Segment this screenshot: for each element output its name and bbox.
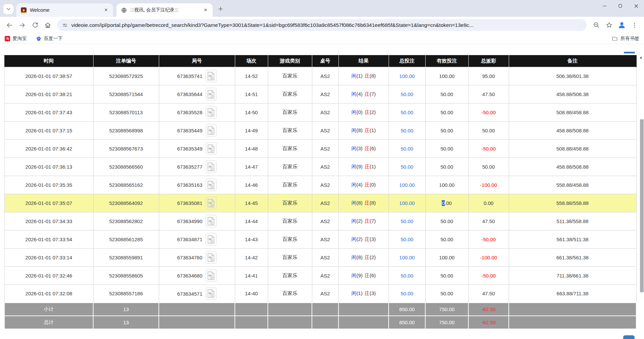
cell-total-bet: 100.00: [389, 67, 425, 85]
cell-payout: -50.00: [468, 266, 509, 285]
cell-table-no: AS2: [312, 67, 338, 85]
url-text[interactable]: videoie.com/ipl/portal.php/game/betrecor…: [71, 22, 582, 28]
back-arrow-icon: [6, 22, 13, 29]
cell-game-type: 百家乐: [268, 158, 312, 176]
video-replay-button[interactable]: [206, 251, 217, 264]
cell-table-no: AS2: [312, 285, 338, 303]
video-file-icon: [208, 163, 214, 171]
zoom-button[interactable]: [590, 19, 602, 31]
video-replay-button[interactable]: [206, 287, 217, 300]
video-replay-button[interactable]: [206, 88, 217, 100]
cell-total-bet: 100.00: [389, 194, 425, 212]
all-bookmarks-label: 所有书签: [620, 36, 639, 42]
table-row[interactable]: 2026-01-01 07:37:15 523088568998 6736354…: [4, 121, 636, 139]
close-icon: [634, 3, 639, 9]
cell-valid-bet: 100.00: [425, 248, 468, 266]
forward-button[interactable]: [16, 19, 28, 31]
bookmark-label: 爱淘宝: [12, 36, 27, 42]
cell-bet-id: 523088570113: [93, 103, 159, 121]
tab-close-icon[interactable]: ×: [202, 6, 209, 14]
close-window-button[interactable]: [628, 0, 644, 12]
video-replay-button[interactable]: [206, 70, 217, 82]
back-button[interactable]: [3, 19, 15, 31]
new-tab-button[interactable]: [215, 4, 225, 14]
scrollbar[interactable]: ▲: [639, 44, 644, 339]
bookmark-star-button[interactable]: [603, 19, 615, 31]
table-row[interactable]: 2026-01-01 07:33:14 523088559891 6736347…: [4, 248, 636, 266]
reload-button[interactable]: [29, 19, 41, 31]
header-total-bet: 总投注: [389, 55, 425, 67]
cell-round: 673635277: [159, 158, 235, 176]
url-bar[interactable]: videoie.com/ipl/portal.php/game/betrecor…: [57, 19, 587, 31]
tab-search-button[interactable]: [3, 4, 13, 14]
cell-note: 458.88/508.88: [509, 121, 636, 139]
table-row[interactable]: 2026-01-01 07:36:13 523088566560 6736352…: [4, 158, 636, 176]
table-header: 时间 注单编号 局号 场次 游戏类别 桌号 结果 总投注 有效投注 总派彩 备注: [4, 55, 636, 67]
video-replay-button[interactable]: [206, 106, 217, 119]
video-replay-button[interactable]: [206, 197, 217, 209]
cell-payout: 0.00: [468, 194, 509, 212]
home-button[interactable]: [42, 19, 54, 31]
table-row[interactable]: 2026-01-01 07:37:43 523088570113 6736355…: [4, 103, 636, 121]
scrollbar-up-icon[interactable]: ▲: [639, 55, 643, 59]
table-row[interactable]: 2026-01-01 07:36:42 523088567673 6736353…: [4, 139, 636, 158]
cell-result: 闲(8)庄(2): [338, 248, 389, 266]
cell-valid-bet: 50.00: [425, 121, 468, 139]
table-row[interactable]: 2026-01-01 07:32:08 523088557186 6736345…: [4, 285, 636, 303]
maximize-button[interactable]: [612, 0, 628, 12]
cell-payout: -100.00: [468, 248, 509, 266]
blue-button-bottom[interactable]: [623, 335, 635, 339]
cell-note: 558.88/558.88: [509, 194, 636, 212]
table-row[interactable]: 2026-01-01 07:38:21 523088571544 6736356…: [4, 85, 636, 103]
cell-bet-id: 523088566560: [93, 158, 159, 176]
table-row[interactable]: 2026-01-01 07:35:35 523088565162 6736351…: [4, 176, 636, 194]
cards-favicon-icon: ♠: [21, 7, 27, 13]
star-icon: [606, 22, 613, 29]
video-replay-button[interactable]: [206, 233, 217, 246]
all-bookmarks-button[interactable]: 所有书签: [612, 36, 639, 42]
cell-round: 673634871: [159, 230, 235, 248]
video-replay-button[interactable]: [206, 178, 217, 191]
table-row[interactable]: 2026-01-01 07:32:46 523088558605 6736346…: [4, 266, 636, 285]
table-row[interactable]: 2026-01-01 07:33:54 523088561285 6736348…: [4, 230, 636, 248]
cell-result: 闲(9)庄(6): [338, 266, 389, 285]
player-result: 闲: [351, 218, 356, 224]
cell-bet-id: 523088562802: [93, 212, 159, 230]
cell-game-type: 百家乐: [268, 103, 312, 121]
cell-valid-bet: 50.00: [425, 285, 468, 303]
table-row[interactable]: 2026-01-01 07:35:07 523088564092 6736350…: [4, 194, 636, 212]
cell-session: 14-41: [235, 266, 268, 285]
tab-welcome[interactable]: ♠ Welcome ×: [16, 3, 113, 17]
table-footer: 小计 13 850.00 750.00 -62.50 总计 13 850.00 …: [4, 303, 636, 329]
bookmark-taobao[interactable]: 淘 爱淘宝: [5, 36, 27, 42]
cell-payout: 47.50: [468, 285, 509, 303]
video-replay-button[interactable]: [206, 142, 217, 155]
video-replay-button[interactable]: [206, 215, 217, 227]
cell-bet-id: 523088565162: [93, 176, 159, 194]
bookmark-baidu[interactable]: du 百度一下: [36, 36, 63, 42]
tab-close-icon[interactable]: ×: [102, 6, 110, 14]
round-number: 673635349: [177, 146, 202, 152]
video-replay-button[interactable]: [206, 124, 217, 137]
scrollbar-thumb[interactable]: [640, 119, 644, 292]
table-row[interactable]: 2026-01-01 07:38:57 523088572925 6736357…: [4, 67, 636, 85]
player-result: 闲: [351, 272, 356, 278]
globe-favicon-icon: [121, 7, 127, 13]
browser-toolbar: videoie.com/ipl/portal.php/game/betrecor…: [0, 17, 644, 33]
video-replay-button[interactable]: [206, 269, 217, 282]
cell-note: 663.88/711.38: [509, 285, 636, 303]
cell-bet-id: 523088561285: [93, 230, 159, 248]
cell-table-no: AS2: [312, 85, 338, 103]
cell-round: 673635644: [159, 85, 235, 103]
cell-session: 14-52: [235, 67, 268, 85]
video-replay-button[interactable]: [206, 160, 217, 173]
tab-betrecord[interactable]: :::视讯, 会员下注纪录::: ×: [116, 3, 213, 17]
minimize-button[interactable]: [597, 0, 612, 12]
cell-result: 闲(2)庄(3): [338, 230, 389, 248]
table-row[interactable]: 2026-01-01 07:34:33 523088562802 6736349…: [4, 212, 636, 230]
cell-round: 673635081: [159, 194, 235, 212]
profile-button[interactable]: [616, 19, 628, 31]
menu-button[interactable]: [629, 19, 641, 31]
cell-total-bet: 50.00: [389, 158, 425, 176]
cell-round: 673635349: [159, 139, 235, 158]
